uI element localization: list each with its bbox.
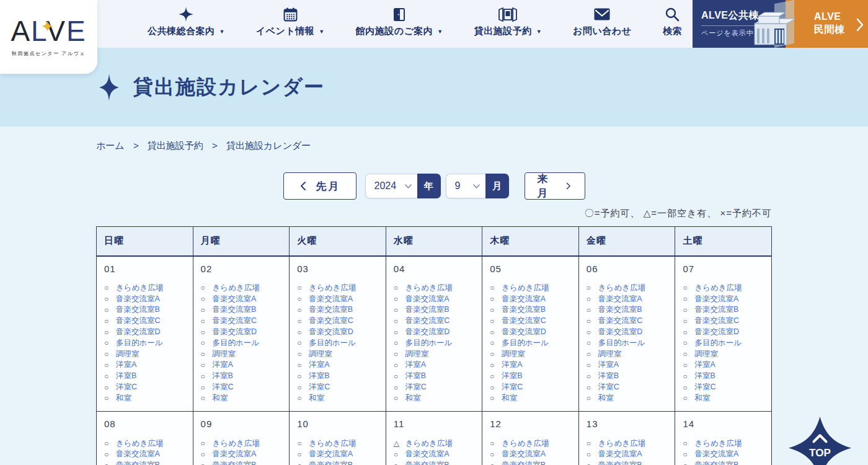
facility-link[interactable]: 和室 [502, 393, 517, 404]
facility-link[interactable]: 音楽交流室D [309, 327, 353, 337]
facility-link[interactable]: 調理室 [116, 349, 140, 360]
facility-link[interactable]: 洋室B [405, 371, 426, 381]
facility-link[interactable]: 和室 [213, 393, 228, 404]
facility-link[interactable]: 洋室B [116, 371, 136, 381]
facility-link[interactable]: 音楽交流室C [598, 316, 643, 326]
facility-link[interactable]: 音楽交流室B [116, 304, 160, 315]
facility-link[interactable]: 調理室 [694, 349, 718, 360]
facility-link[interactable]: 和室 [694, 393, 710, 404]
facility-link[interactable]: 音楽交流室D [405, 327, 450, 337]
facility-link[interactable]: 音楽交流室A [116, 294, 160, 304]
facility-link[interactable]: 調理室 [405, 349, 429, 360]
facility-link[interactable]: きらめき広場 [405, 438, 453, 449]
breadcrumb-home[interactable]: ホーム [96, 140, 125, 151]
facility-link[interactable]: きらめき広場 [598, 283, 645, 293]
facility-link[interactable]: 音楽交流室A [694, 449, 738, 459]
facility-link[interactable]: 音楽交流室A [309, 294, 353, 304]
breadcrumb-reservation[interactable]: 貸出施設予約 [148, 140, 203, 151]
facility-link[interactable]: 音楽交流室A [502, 449, 546, 459]
facility-link[interactable]: 音楽交流室A [116, 449, 160, 459]
facility-link[interactable]: 洋室C [116, 382, 137, 392]
facility-link[interactable]: 音楽交流室B [309, 460, 353, 465]
facility-link[interactable]: きらめき広場 [598, 438, 645, 449]
facility-link[interactable]: 多目的ホール [309, 338, 356, 348]
facility-link[interactable]: きらめき広場 [309, 438, 356, 449]
facility-link[interactable]: きらめき広場 [309, 283, 356, 293]
facility-link[interactable]: 音楽交流室D [694, 327, 739, 337]
facility-link[interactable]: 洋室B [502, 371, 522, 381]
facility-link[interactable]: 音楽交流室C [309, 316, 353, 326]
facility-link[interactable]: 音楽交流室D [116, 327, 161, 337]
nav-item-event-info[interactable]: イベント情報▼ [256, 6, 324, 37]
facility-link[interactable]: 洋室C [213, 382, 234, 392]
prev-month-button[interactable]: 先月 [283, 172, 356, 200]
facility-link[interactable]: きらめき広場 [213, 283, 260, 293]
nav-item-contact[interactable]: お問い合わせ [573, 6, 631, 37]
facility-link[interactable]: 和室 [116, 393, 131, 404]
facility-link[interactable]: 洋室B [694, 371, 715, 381]
facility-link[interactable]: 調理室 [502, 349, 525, 360]
facility-link[interactable]: きらめき広場 [502, 283, 549, 293]
facility-link[interactable]: 音楽交流室A [213, 449, 257, 459]
facility-link[interactable]: 洋室A [502, 360, 522, 370]
facility-link[interactable]: きらめき広場 [502, 438, 549, 449]
facility-link[interactable]: 洋室A [598, 360, 619, 370]
next-month-button[interactable]: 来月 [525, 172, 585, 200]
nav-item-search[interactable]: 検索 [663, 6, 682, 37]
facility-link[interactable]: 音楽交流室B [502, 460, 546, 465]
facility-link[interactable]: 音楽交流室D [213, 327, 257, 337]
facility-link[interactable]: きらめき広場 [213, 438, 260, 449]
facility-link[interactable]: 洋室A [213, 360, 233, 370]
facility-link[interactable]: 調理室 [213, 349, 236, 360]
facility-link[interactable]: 和室 [309, 393, 324, 404]
facility-link[interactable]: 音楽交流室B [694, 304, 738, 315]
facility-link[interactable]: 音楽交流室A [213, 294, 257, 304]
facility-link[interactable]: 調理室 [598, 349, 622, 360]
facility-link[interactable]: 音楽交流室C [405, 316, 450, 326]
facility-link[interactable]: 多目的ホール [598, 338, 645, 348]
facility-link[interactable]: 音楽交流室C [116, 316, 161, 326]
facility-link[interactable]: 音楽交流室B [598, 460, 642, 465]
facility-link[interactable]: 多目的ホール [405, 338, 453, 348]
facility-link[interactable]: 洋室A [694, 360, 715, 370]
facility-link[interactable]: 音楽交流室B [694, 460, 738, 465]
facility-link[interactable]: 洋室A [309, 360, 329, 370]
month-select[interactable]: 9 [446, 174, 485, 198]
facility-link[interactable]: 多目的ホール [694, 338, 742, 348]
nav-item-facility-guide[interactable]: 館内施設のご案内▼ [356, 6, 443, 37]
facility-link[interactable]: 洋室C [405, 382, 427, 392]
facility-link[interactable]: きらめき広場 [694, 438, 742, 449]
facility-link[interactable]: 和室 [598, 393, 614, 404]
facility-link[interactable]: 音楽交流室B [405, 304, 450, 315]
facility-link[interactable]: 洋室C [694, 382, 715, 392]
facility-link[interactable]: 音楽交流室A [598, 449, 642, 459]
facility-link[interactable]: 洋室B [309, 371, 329, 381]
facility-link[interactable]: 音楽交流室A [405, 449, 450, 459]
building-switch-banner[interactable]: ALVE公共棟 ページを表示中 ALVE 民間棟 [693, 0, 868, 48]
facility-link[interactable]: 音楽交流室B [598, 304, 642, 315]
facility-link[interactable]: 音楽交流室C [694, 316, 739, 326]
facility-link[interactable]: きらめき広場 [405, 283, 453, 293]
facility-link[interactable]: 多目的ホール [213, 338, 260, 348]
facility-link[interactable]: 音楽交流室A [405, 294, 450, 304]
facility-link[interactable]: きらめき広場 [116, 283, 163, 293]
facility-link[interactable]: 音楽交流室D [502, 327, 546, 337]
facility-link[interactable]: 音楽交流室B [405, 460, 450, 465]
facility-link[interactable]: 多目的ホール [502, 338, 549, 348]
facility-link[interactable]: 音楽交流室B [213, 304, 257, 315]
facility-link[interactable]: 音楽交流室B [116, 460, 160, 465]
facility-link[interactable]: きらめき広場 [116, 438, 163, 449]
facility-link[interactable]: 洋室B [598, 371, 619, 381]
facility-link[interactable]: 音楽交流室B [502, 304, 546, 315]
site-logo[interactable]: ALVE ✦ 秋田拠点センター アルヴェ [0, 0, 97, 74]
facility-link[interactable]: 音楽交流室B [309, 304, 353, 315]
facility-link[interactable]: 音楽交流室B [213, 460, 257, 465]
facility-link[interactable]: 調理室 [309, 349, 332, 360]
facility-link[interactable]: 音楽交流室C [502, 316, 546, 326]
facility-link[interactable]: 洋室A [116, 360, 136, 370]
facility-link[interactable]: 洋室C [502, 382, 523, 392]
nav-item-reservation[interactable]: 貸出施設予約▼ [474, 6, 542, 37]
facility-link[interactable]: 洋室A [405, 360, 426, 370]
facility-link[interactable]: 多目的ホール [116, 338, 163, 348]
facility-link[interactable]: 洋室C [598, 382, 619, 392]
